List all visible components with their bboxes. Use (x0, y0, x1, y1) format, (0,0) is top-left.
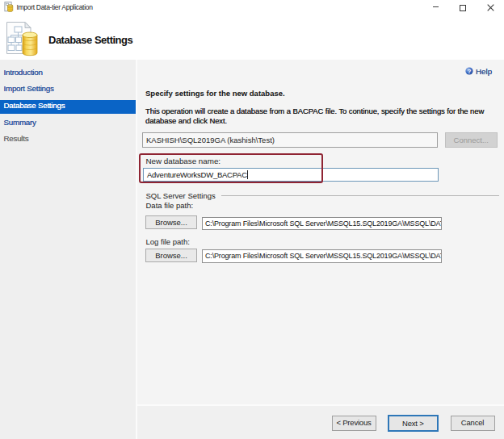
svg-text:?: ? (468, 68, 472, 75)
